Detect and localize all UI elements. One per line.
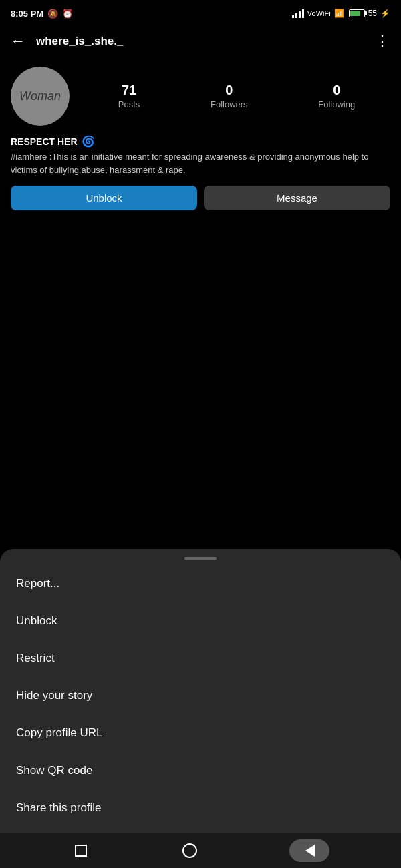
battery-icon bbox=[349, 9, 365, 17]
message-button[interactable]: Message bbox=[204, 186, 390, 210]
posts-count: 71 bbox=[122, 83, 136, 98]
bio-name: RESPECT HER 🌀 bbox=[11, 135, 390, 148]
bottom-sheet: Report... Unblock Restrict Hide your sto… bbox=[0, 549, 401, 833]
wifi-icon: 📶 bbox=[334, 9, 344, 18]
page-title: where_is_.she._ bbox=[36, 35, 375, 48]
alarm-icon: ⏰ bbox=[62, 9, 73, 19]
vowifi-icon: VoWiFi bbox=[307, 9, 331, 17]
sheet-item-report[interactable]: Report... bbox=[0, 565, 401, 602]
more-options-button[interactable]: ⋮ bbox=[375, 33, 390, 50]
bio-emoji: 🌀 bbox=[82, 135, 95, 148]
sheet-item-qr-code[interactable]: Show QR code bbox=[0, 752, 401, 789]
home-button[interactable] bbox=[72, 841, 90, 860]
posts-stat: 71 Posts bbox=[118, 83, 140, 110]
status-bar: 8:05 PM 🔕 ⏰ VoWiFi 📶 55 ⚡ bbox=[0, 0, 401, 24]
sheet-item-unblock[interactable]: Unblock bbox=[0, 602, 401, 640]
followers-label: Followers bbox=[211, 99, 248, 110]
followers-stat[interactable]: 0 Followers bbox=[211, 83, 248, 110]
posts-label: Posts bbox=[118, 99, 140, 110]
back-nav-button[interactable] bbox=[289, 839, 329, 862]
sheet-item-share-profile[interactable]: Share this profile bbox=[0, 789, 401, 827]
profile-top: Woman 71 Posts 0 Followers 0 Following bbox=[11, 67, 390, 126]
signal-icon bbox=[292, 9, 304, 18]
header: ← where_is_.she._ ⋮ bbox=[0, 24, 401, 59]
profile-bio: RESPECT HER 🌀 #iamhere :This is an initi… bbox=[11, 135, 390, 176]
bottom-nav bbox=[0, 833, 401, 868]
avatar-text: Woman bbox=[19, 89, 61, 103]
sheet-handle bbox=[0, 549, 401, 565]
charging-icon: ⚡ bbox=[380, 9, 390, 18]
handle-bar bbox=[184, 557, 217, 560]
unblock-button[interactable]: Unblock bbox=[11, 186, 197, 210]
following-stat[interactable]: 0 Following bbox=[318, 83, 355, 110]
back-button[interactable]: ← bbox=[11, 33, 25, 50]
back-triangle-icon bbox=[305, 845, 315, 857]
bio-text: #iamhere :This is an initiative meant fo… bbox=[11, 150, 390, 176]
profile-section: Woman 71 Posts 0 Followers 0 Following R… bbox=[0, 59, 401, 222]
followers-count: 0 bbox=[225, 83, 233, 98]
recents-button[interactable] bbox=[180, 841, 199, 860]
status-time-area: 8:05 PM 🔕 ⏰ bbox=[11, 9, 73, 19]
home-square-icon bbox=[75, 845, 87, 857]
recents-circle-icon bbox=[182, 843, 197, 858]
sheet-item-restrict[interactable]: Restrict bbox=[0, 640, 401, 677]
sheet-item-hide-story[interactable]: Hide your story bbox=[0, 677, 401, 714]
following-count: 0 bbox=[333, 83, 340, 98]
following-label: Following bbox=[318, 99, 355, 110]
avatar: Woman bbox=[11, 67, 70, 126]
status-indicators: VoWiFi 📶 55 ⚡ bbox=[292, 9, 390, 18]
profile-buttons: Unblock Message bbox=[11, 186, 390, 210]
sheet-item-copy-url[interactable]: Copy profile URL bbox=[0, 714, 401, 752]
mute-icon: 🔕 bbox=[47, 9, 58, 19]
profile-stats: 71 Posts 0 Followers 0 Following bbox=[83, 83, 390, 110]
time-display: 8:05 PM bbox=[11, 9, 43, 19]
battery-percent: 55 bbox=[368, 9, 377, 18]
